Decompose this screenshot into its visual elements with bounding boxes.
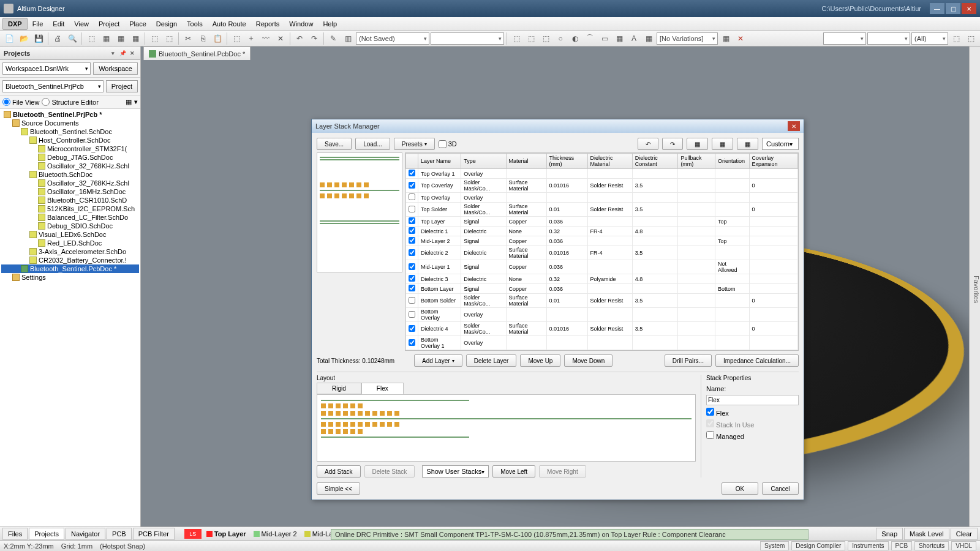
table-row[interactable]: Dielectric 3DielectricNone0.32Polyamide4… [406, 274, 798, 284]
tool-icon[interactable]: ✎ [326, 32, 340, 45]
project-button[interactable]: Project [106, 80, 138, 92]
panel-dropdown-icon[interactable]: ▾ [108, 49, 117, 58]
tree-item[interactable]: Settings [1, 273, 139, 282]
add-layer-button[interactable]: Add Layer [414, 354, 462, 367]
cut-icon[interactable]: ✂ [181, 32, 195, 45]
open-icon[interactable]: 📂 [17, 32, 31, 45]
status-tab[interactable]: Design Compiler [791, 541, 845, 550]
panel-pin-icon[interactable]: 📌 [118, 49, 127, 58]
tree-item[interactable]: Bluetooth_Sentinel.SchDoc [1, 127, 139, 136]
saved-combo[interactable]: (Not Saved) [356, 32, 429, 45]
tool-icon[interactable]: ▭ [598, 32, 611, 45]
tool-icon[interactable]: ▦ [612, 32, 626, 45]
tree-item[interactable]: Oscillator_32_768KHz.Schl [1, 162, 139, 170]
workspace-combo[interactable]: Workspace1.DsnWrk [2, 62, 91, 75]
layer-chip[interactable]: Mid-Layer 2 [250, 529, 301, 539]
table-row[interactable]: Dielectric 1DielectricNone0.32FR-44.8 [406, 227, 798, 236]
table-row[interactable]: Mid-Layer 2SignalCopper0.036Top [406, 236, 798, 246]
combo2[interactable] [431, 32, 504, 45]
bottom-tab[interactable]: Navigator [66, 528, 105, 540]
redo-icon[interactable]: ↷ [307, 32, 321, 45]
tree-item[interactable]: Bluetooth.SchDoc [1, 170, 139, 179]
menu-reports[interactable]: Reports [251, 18, 285, 29]
menu-autoroute[interactable]: Auto Route [208, 18, 251, 29]
combo4[interactable] [867, 32, 910, 45]
structure-editor-radio[interactable]: Structure Editor [42, 98, 98, 106]
file-view-radio[interactable]: File View [2, 98, 39, 106]
tool-icon[interactable]: ⬚ [230, 32, 243, 45]
snap-button[interactable]: Snap [876, 528, 903, 540]
preview-icon[interactable]: 🔍 [66, 32, 79, 45]
combo3[interactable] [823, 32, 866, 45]
simple-button[interactable]: Simple << [317, 482, 360, 495]
paste-icon[interactable]: 📋 [211, 32, 224, 45]
custom-combo[interactable]: Custom ▾ [762, 138, 799, 150]
bottom-tab[interactable]: Files [2, 528, 28, 540]
tool-icon[interactable]: ▦ [642, 32, 655, 45]
tree-item[interactable]: Oscillator_16MHz.SchDoc [1, 187, 139, 196]
table-row[interactable]: Bottom OverlayOverlay [406, 308, 798, 322]
tool-icon[interactable]: ▦ [99, 32, 113, 45]
menu-file[interactable]: File [28, 18, 48, 29]
move-up-button[interactable]: Move Up [520, 354, 560, 367]
tool-icon[interactable]: ⬚ [162, 32, 176, 45]
maximize-button[interactable]: ▢ [946, 3, 960, 14]
move-down-button[interactable]: Move Down [564, 354, 612, 367]
project-field[interactable]: Bluetooth_Sentinel.PrjPcb [2, 80, 104, 92]
ok-button[interactable]: OK [722, 482, 758, 495]
copy-icon[interactable]: ⎘ [196, 32, 209, 45]
tool-button[interactable]: ▦ [737, 138, 758, 150]
tool-icon[interactable]: ⬚ [949, 32, 963, 45]
cancel-button[interactable]: Cancel [762, 482, 799, 495]
tree-item[interactable]: Microcontroller_STM32F1( [1, 144, 139, 153]
tool-icon[interactable]: ⬚ [964, 32, 978, 45]
tool-button[interactable]: ▦ [687, 138, 708, 150]
menu-edit[interactable]: Edit [48, 18, 69, 29]
tool-icon[interactable]: ⬚ [148, 32, 161, 45]
tree-item[interactable]: Oscillator_32_768KHz.Schl [1, 179, 139, 187]
table-row[interactable]: Bottom LayerSignalCopper0.036Bottom [406, 284, 798, 294]
add-stack-button[interactable]: Add Stack [317, 465, 361, 478]
status-tab[interactable]: Instruments [848, 541, 888, 550]
flex-tab[interactable]: Flex [361, 383, 404, 394]
tool-icon[interactable]: 〰 [259, 32, 273, 45]
menu-dxp[interactable]: DXP [2, 18, 28, 30]
panel-icon[interactable]: ▾ [134, 98, 138, 106]
tool-icon[interactable]: ▦ [114, 32, 127, 45]
rigid-tab[interactable]: Rigid [317, 383, 361, 394]
dialog-close-icon[interactable]: ✕ [788, 121, 800, 131]
tool-button[interactable]: ↶ [638, 138, 658, 150]
tree-item[interactable]: Balanced_LC_Filter.SchDo [1, 213, 139, 222]
table-row[interactable]: Top LayerSignalCopper0.036Top [406, 217, 798, 227]
menu-place[interactable]: Place [124, 18, 151, 29]
minimize-button[interactable]: — [930, 3, 944, 14]
bottom-tab[interactable]: PCB [107, 528, 132, 540]
table-row[interactable]: Top CoverlaySolder Mask/Co...Surface Mat… [406, 179, 798, 193]
3d-checkbox[interactable]: 3D [439, 140, 457, 148]
status-tab[interactable]: System [760, 541, 789, 550]
tool-icon[interactable]: ▦ [719, 32, 733, 45]
menu-help[interactable]: Help [318, 18, 342, 29]
workspace-button[interactable]: Workspace [93, 62, 138, 75]
table-row[interactable]: Top Overlay 1Overlay [406, 169, 798, 179]
tree-item[interactable]: Source Documents [1, 119, 139, 127]
tree-item[interactable]: CR2032_Battery_Connector.! [1, 256, 139, 264]
menu-design[interactable]: Design [151, 18, 182, 29]
status-tab[interactable]: Shortcuts [914, 541, 949, 550]
bottom-tab[interactable]: PCB Filter [133, 528, 175, 540]
table-row[interactable]: Mid-Layer 1SignalCopper0.036Not Allowed [406, 260, 798, 274]
tool-icon[interactable]: ＋ [244, 32, 258, 45]
move-left-button[interactable]: Move Left [492, 465, 535, 478]
table-row[interactable]: Bottom Overlay 1Overlay [406, 336, 798, 350]
tool-icon[interactable]: ✕ [274, 32, 287, 45]
save-icon[interactable]: 💾 [32, 32, 45, 45]
tree-item[interactable]: Bluetooth_CSR1010.SchD [1, 196, 139, 204]
tree-item[interactable]: Debug_SDIO.SchDoc [1, 222, 139, 230]
show-stacks-combo[interactable]: Show User Stacks ▾ [422, 465, 489, 478]
tool-icon[interactable]: ▥ [341, 32, 355, 45]
table-row[interactable]: Dielectric 4Solder Mask/Co...Surface Mat… [406, 322, 798, 336]
table-row[interactable]: Dielectric 2DielectricSurface Material0.… [406, 246, 798, 260]
panel-close-icon[interactable]: ✕ [128, 49, 137, 58]
tool-icon[interactable]: ○ [554, 32, 567, 45]
menu-view[interactable]: View [69, 18, 94, 29]
